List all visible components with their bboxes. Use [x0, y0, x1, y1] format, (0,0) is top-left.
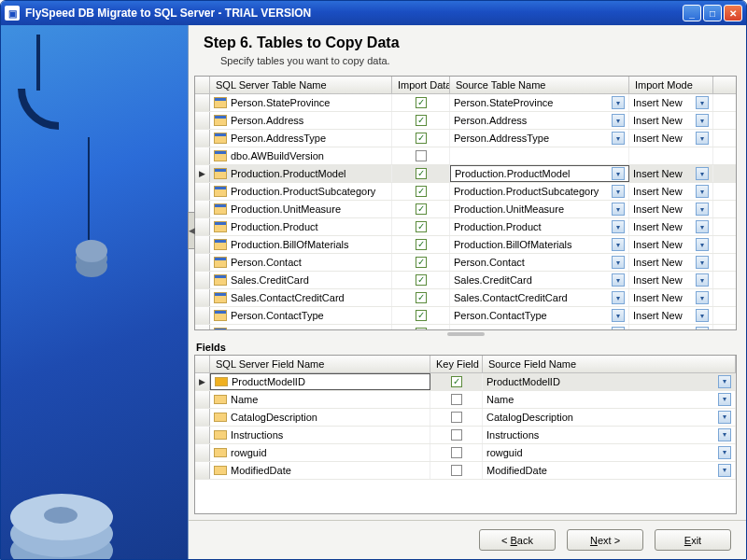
- cell-source-table-name[interactable]: [450, 147, 629, 164]
- import-checkbox[interactable]: ✓: [416, 239, 427, 250]
- mode-dropdown[interactable]: ▾: [696, 114, 709, 127]
- cell-import-data[interactable]: ✓: [392, 165, 450, 182]
- mode-dropdown[interactable]: ▾: [696, 327, 709, 329]
- cell-import-mode[interactable]: Insert New▾: [629, 272, 713, 288]
- source-field-dropdown[interactable]: ▾: [718, 446, 731, 459]
- cell-import-data[interactable]: [392, 147, 450, 164]
- cell-sql-table-name[interactable]: Person.ContactType: [210, 307, 392, 324]
- source-dropdown[interactable]: ▾: [612, 132, 625, 145]
- close-button[interactable]: ✕: [724, 5, 742, 21]
- col-sql-table-name[interactable]: SQL Server Table Name: [210, 77, 392, 93]
- source-dropdown[interactable]: ▾: [612, 273, 625, 287]
- minimize-button[interactable]: _: [683, 5, 701, 21]
- cell-sql-table-name[interactable]: Person.Contact: [210, 254, 392, 271]
- cell-sql-table-name[interactable]: Production.Product: [210, 218, 392, 235]
- cell-sql-table-name[interactable]: Person.AddressType: [210, 130, 392, 147]
- cell-source-table-name[interactable]: Sales.ContactCreditCard▾: [450, 289, 629, 306]
- source-dropdown[interactable]: ▾: [612, 327, 625, 329]
- import-checkbox[interactable]: ✓: [416, 274, 427, 286]
- cell-source-table-name[interactable]: Person.Contact▾: [450, 254, 629, 271]
- key-checkbox[interactable]: [451, 429, 462, 441]
- source-dropdown[interactable]: ▾: [612, 309, 625, 322]
- cell-source-table-name[interactable]: Person.StateProvince▾: [450, 94, 629, 111]
- import-checkbox[interactable]: ✓: [416, 115, 427, 126]
- cell-source-table-name[interactable]: Production.ProductModel▾: [450, 165, 629, 182]
- mode-dropdown[interactable]: ▾: [696, 132, 709, 145]
- cell-import-mode[interactable]: Insert New▾: [629, 201, 713, 217]
- mode-dropdown[interactable]: ▾: [696, 185, 709, 198]
- col-import-data[interactable]: Import Data: [392, 77, 450, 93]
- cell-sql-field-name[interactable]: ModifiedDate: [210, 462, 430, 479]
- col-source-field-name[interactable]: Source Field Name: [483, 356, 736, 372]
- source-field-dropdown[interactable]: ▾: [718, 428, 731, 441]
- mode-dropdown[interactable]: ▾: [696, 203, 709, 216]
- mode-dropdown[interactable]: ▾: [696, 96, 709, 109]
- exit-button[interactable]: Exit: [655, 529, 731, 551]
- grid-splitter[interactable]: [194, 330, 737, 338]
- cell-source-table-name[interactable]: Production.BillOfMaterials▾: [450, 236, 629, 253]
- cell-source-field-name[interactable]: Instructions▾: [483, 427, 736, 443]
- cell-import-data[interactable]: ✓: [392, 112, 450, 129]
- cell-import-data[interactable]: ✓: [392, 289, 450, 306]
- cell-source-table-name[interactable]: Production.UnitMeasure▾: [450, 201, 629, 217]
- col-source-table-name[interactable]: Source Table Name: [450, 77, 629, 93]
- import-checkbox[interactable]: [416, 150, 427, 161]
- cell-source-table-name[interactable]: Production.Product▾: [450, 218, 629, 235]
- table-row[interactable]: Person.AddressType✓Person.AddressType▾In…: [195, 130, 736, 147]
- field-row[interactable]: CatalogDescriptionCatalogDescription▾: [195, 409, 736, 427]
- cell-sql-field-name[interactable]: Instructions: [210, 427, 430, 443]
- cell-source-field-name[interactable]: CatalogDescription▾: [483, 409, 736, 426]
- cell-import-mode[interactable]: Insert New▾: [629, 218, 713, 235]
- cell-source-field-name[interactable]: ProductModelID▾: [483, 373, 736, 390]
- cell-sql-table-name[interactable]: dbo.AWBuildVersion: [210, 147, 392, 164]
- cell-import-mode[interactable]: Insert New▾: [629, 289, 713, 306]
- cell-source-field-name[interactable]: Name▾: [483, 391, 736, 408]
- import-checkbox[interactable]: ✓: [416, 133, 427, 144]
- sidebar-collapse-handle[interactable]: ◀: [188, 212, 195, 249]
- source-dropdown[interactable]: ▾: [612, 185, 625, 198]
- field-row[interactable]: InstructionsInstructions▾: [195, 427, 736, 444]
- cell-sql-table-name[interactable]: Production.ProductSubcategory: [210, 183, 392, 200]
- source-dropdown[interactable]: ▾: [612, 220, 625, 233]
- cell-import-data[interactable]: ✓: [392, 183, 450, 200]
- table-row[interactable]: Person.ContactType✓Person.ContactType▾In…: [195, 307, 736, 325]
- maximize-button[interactable]: □: [703, 5, 722, 21]
- import-checkbox[interactable]: ✓: [416, 221, 427, 232]
- field-row[interactable]: ▶ProductModelID✓ProductModelID▾: [195, 373, 736, 391]
- table-row[interactable]: Person.Address✓Person.Address▾Insert New…: [195, 112, 736, 130]
- cell-source-table-name[interactable]: Person.Address▾: [450, 112, 629, 129]
- fields-grid-body[interactable]: ▶ProductModelID✓ProductModelID▾NameName▾…: [195, 373, 736, 513]
- table-row[interactable]: Sales.CreditCard✓Sales.CreditCard▾Insert…: [195, 272, 736, 289]
- cell-import-mode[interactable]: Insert New▾: [629, 183, 713, 200]
- key-checkbox[interactable]: [451, 465, 462, 476]
- cell-key-field[interactable]: ✓: [430, 373, 483, 390]
- cell-sql-table-name[interactable]: Production.ProductModel: [210, 165, 392, 182]
- cell-key-field[interactable]: [430, 444, 483, 461]
- cell-sql-table-name[interactable]: Production.BillOfMaterials: [210, 236, 392, 253]
- cell-import-mode[interactable]: [629, 147, 713, 164]
- table-row[interactable]: Person.CountryRegion✓Person.CountryRegio…: [195, 325, 736, 329]
- cell-import-data[interactable]: ✓: [392, 201, 450, 217]
- cell-key-field[interactable]: [430, 462, 483, 479]
- cell-import-data[interactable]: ✓: [392, 307, 450, 324]
- table-row[interactable]: Production.Product✓Production.Product▾In…: [195, 218, 736, 236]
- mode-dropdown[interactable]: ▾: [696, 220, 709, 233]
- key-checkbox[interactable]: ✓: [451, 376, 462, 387]
- cell-sql-table-name[interactable]: Production.UnitMeasure: [210, 201, 392, 217]
- cell-import-data[interactable]: ✓: [392, 130, 450, 147]
- cell-source-table-name[interactable]: Person.CountryRegion▾: [450, 325, 629, 329]
- cell-sql-table-name[interactable]: Person.StateProvince: [210, 94, 392, 111]
- cell-import-data[interactable]: ✓: [392, 94, 450, 111]
- table-row[interactable]: Person.StateProvince✓Person.StateProvinc…: [195, 94, 736, 112]
- table-row[interactable]: Production.ProductSubcategory✓Production…: [195, 183, 736, 201]
- cell-key-field[interactable]: [430, 391, 483, 408]
- cell-import-data[interactable]: ✓: [392, 272, 450, 288]
- cell-source-field-name[interactable]: ModifiedDate▾: [483, 462, 736, 479]
- title-bar[interactable]: ▣ FlySpeed DB Migrate to SQL Server - TR…: [1, 1, 746, 25]
- mode-dropdown[interactable]: ▾: [696, 291, 709, 304]
- fields-grid[interactable]: SQL Server Field Name Key Field Source F…: [194, 355, 737, 514]
- cell-sql-field-name[interactable]: rowguid: [210, 444, 430, 461]
- cell-import-mode[interactable]: Insert New▾: [629, 130, 713, 147]
- field-row[interactable]: NameName▾: [195, 391, 736, 409]
- cell-import-data[interactable]: ✓: [392, 325, 450, 329]
